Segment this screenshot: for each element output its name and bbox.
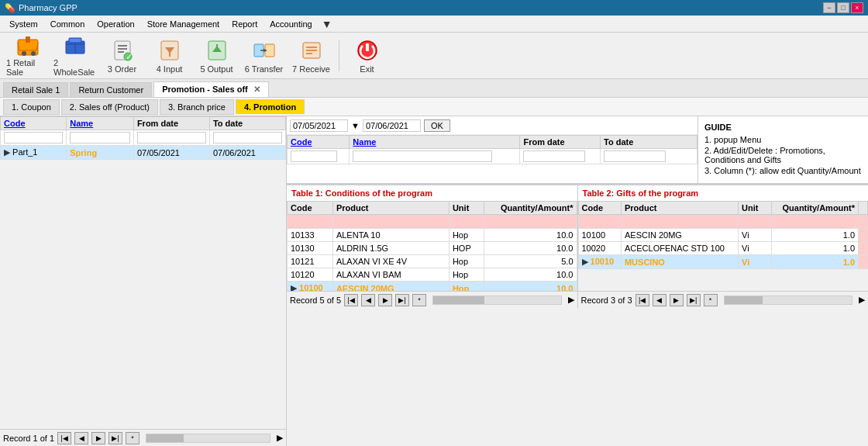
t1-filter-product[interactable] [336,216,429,226]
t1-nav-new[interactable]: * [412,294,426,306]
minimize-button[interactable]: − [823,2,835,13]
t1-scrollbar[interactable] [432,296,561,305]
t2-col-qty[interactable]: Quantity/Amount* [771,202,858,215]
wholesale-button[interactable]: 2 WholeSale [53,36,96,76]
t2-scrollbar[interactable] [724,296,852,305]
t2-filter-row [578,215,868,229]
t2-scroll-right[interactable]: ▶ [859,295,865,305]
t1-filter-unit[interactable] [453,216,476,226]
ok-button[interactable]: OK [424,119,450,132]
t1-row-4[interactable]: 10120 ALAXAN VI BAM Hop 10.0 [288,268,577,282]
receive-button[interactable]: 7 Receive [290,36,332,76]
tab-promotion-sales-off[interactable]: Promotion - Sales off ✕ [153,81,269,97]
promo-filter-from[interactable] [137,132,206,143]
t2-col-product[interactable]: Product [621,202,738,215]
sub-tab-branch-price[interactable]: 3. Branch price [160,99,234,115]
retail-sale-button[interactable]: 1 Retail Sale [6,36,49,76]
t1-scroll-right[interactable]: ▶ [568,295,574,305]
promo-record-info: Record 1 of 1 [3,434,54,443]
t2-filter-product[interactable] [625,216,718,226]
promo-filter-name[interactable] [70,132,130,143]
date-from-input[interactable] [290,119,348,132]
close-button[interactable]: × [851,2,863,13]
t2-nav-first[interactable]: |◀ [636,294,649,306]
table1: Code Product Unit Quantity/Amount* [287,201,577,291]
promo-col-to-date[interactable]: To date [209,117,285,130]
t1-nav-first[interactable]: |◀ [344,294,358,306]
menu-accounting[interactable]: Accounting [264,18,318,30]
tab-return-customer[interactable]: Return Customer [70,82,152,97]
nav-new[interactable]: * [126,432,140,444]
main-content: Code Name From date To date [0,116,868,446]
promo-filter-to[interactable] [213,132,282,143]
date-filter-row: ▼ OK [287,116,698,135]
t1-row-2[interactable]: 10130 ALDRIN 1.5G HOP 10.0 [288,242,577,255]
t2-filter-unit[interactable] [742,216,765,226]
tab-retail-sale[interactable]: Retail Sale 1 [3,82,68,97]
t1-nav-prev[interactable]: ◀ [361,294,375,306]
toolbar-separator [339,40,339,71]
detail-col-from-date[interactable]: From date [520,136,601,149]
sub-tab-promotion[interactable]: 4. Promotion [236,99,305,114]
t1-col-code[interactable]: Code [288,202,333,215]
t1-nav-next[interactable]: ▶ [378,294,392,306]
t2-filter-code[interactable] [582,216,613,226]
t2-nav-next[interactable]: ▶ [670,294,684,306]
promo-scrollbar[interactable] [146,434,270,443]
tab-close-button[interactable]: ✕ [253,85,260,94]
menu-report[interactable]: Report [226,18,264,30]
detail-filter-code[interactable] [291,150,337,162]
svg-point-1 [22,51,26,56]
promo-row-1[interactable]: ▶ Part_1 Spring 07/05/2021 07/06/2021 [1,146,286,160]
t2-col-unit[interactable]: Unit [739,202,772,215]
output-button[interactable]: 5 Output [195,36,238,76]
t2-filter-qty[interactable] [775,216,814,226]
promo-filter-code[interactable] [4,132,63,143]
t1-col-unit[interactable]: Unit [449,202,484,215]
t1-row-1[interactable]: 10133 ALENTA 10 Hop 10.0 [288,229,577,242]
restore-button[interactable]: □ [837,2,849,13]
scroll-arrow-right[interactable]: ▶ [277,433,283,443]
t2-col-code[interactable]: Code [578,202,621,215]
input-button[interactable]: 4 Input [148,36,191,76]
menu-system[interactable]: System [3,18,44,30]
sub-tab-sales-off[interactable]: 2. Sales off (Product) [61,99,158,115]
t1-nav-last[interactable]: ▶| [395,294,409,306]
t2-row-3[interactable]: ▶ 10010 MUSCINO Vi 1.0 [578,255,868,269]
order-button[interactable]: ✓ 3 Order [101,36,143,76]
t1-filter-qty[interactable] [487,216,526,226]
promo-col-code[interactable]: Code [1,117,67,130]
menu-operation[interactable]: Operation [91,18,140,30]
t2-row-1[interactable]: 10100 AESCIN 20MG Vi 1.0 [578,229,868,242]
t1-col-qty[interactable]: Quantity/Amount* [484,202,577,215]
menu-dropdown-arrow[interactable]: ▼ [322,18,332,30]
nav-first[interactable]: |◀ [57,432,71,444]
detail-filter-from[interactable] [523,150,585,162]
t2-nav-prev[interactable]: ◀ [653,294,666,306]
detail-col-to-date[interactable]: To date [601,136,698,149]
exit-button[interactable]: Exit [346,36,388,76]
detail-col-name[interactable]: Name [350,136,520,149]
promo-col-from-date[interactable]: From date [133,117,209,130]
nav-last[interactable]: ▶| [108,432,122,444]
t1-col-product[interactable]: Product [332,202,449,215]
menu-common[interactable]: Common [44,18,91,30]
menu-store-management[interactable]: Store Management [141,18,226,30]
t2-nav-new[interactable]: * [704,294,718,306]
transfer-button[interactable]: 6 Transfer [243,36,285,76]
promo-col-name[interactable]: Name [67,117,134,130]
promo-record-bar: Record 1 of 1 |◀ ◀ ▶ ▶| * ▶ [0,429,286,446]
date-to-input[interactable] [363,119,421,132]
nav-prev[interactable]: ◀ [74,432,88,444]
sub-tab-coupon[interactable]: 1. Coupon [3,99,60,115]
t1-row-5[interactable]: ▶ 10100 AESCIN 20MG Hop 10.0 [288,282,577,292]
detail-filter-name[interactable] [353,150,492,162]
t2-row-2[interactable]: 10020 ACECLOFENAC STD 100 Vi 1.0 [578,242,868,255]
t1-row-3[interactable]: 10121 ALAXAN VI XE 4V Hop 5.0 [288,255,577,268]
detail-filter-to[interactable] [604,150,666,162]
t2-nav-last[interactable]: ▶| [687,294,701,306]
t2-record-bar: Record 3 of 3 |◀ ◀ ▶ ▶| * ▶ [578,291,869,308]
t1-filter-code[interactable] [291,216,322,226]
nav-next[interactable]: ▶ [91,432,105,444]
detail-col-code[interactable]: Code [288,136,350,149]
